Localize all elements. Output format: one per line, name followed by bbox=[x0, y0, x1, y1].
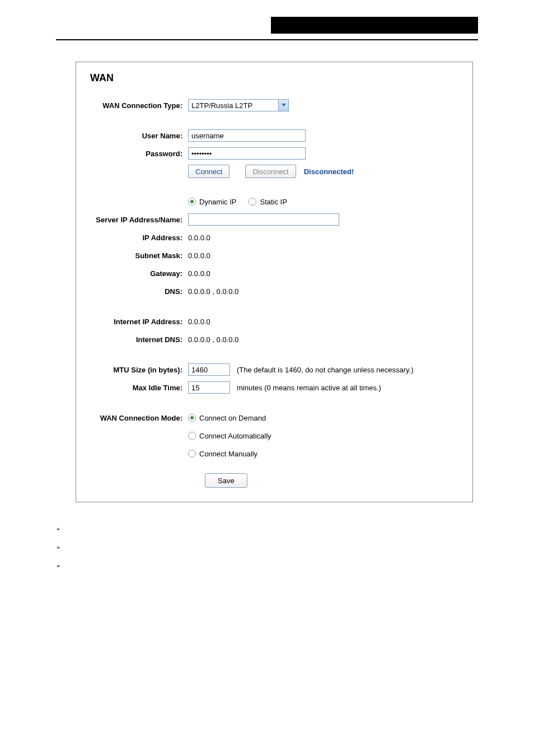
radio-dynamic-ip[interactable]: Dynamic IP bbox=[188, 198, 236, 206]
wan-config-panel: WAN WAN Connection Type: L2TP/Russia L2T… bbox=[76, 62, 473, 502]
mtu-input[interactable] bbox=[188, 363, 230, 376]
gateway-value: 0.0.0.0 bbox=[188, 269, 210, 278]
subnet-mask-value: 0.0.0.0 bbox=[188, 251, 210, 260]
radio-on-demand-label: Connect on Demand bbox=[199, 414, 266, 422]
internet-ip-value: 0.0.0.0 bbox=[188, 318, 210, 326]
radio-static-ip[interactable]: Static IP bbox=[249, 198, 287, 206]
bullet-icon: ➢ bbox=[56, 525, 67, 533]
header-divider bbox=[56, 39, 478, 40]
label-gateway: Gateway: bbox=[76, 269, 188, 278]
radio-connect-automatically[interactable]: Connect Automatically bbox=[188, 432, 271, 440]
disconnect-button[interactable]: Disconnect bbox=[245, 165, 296, 178]
max-idle-input[interactable] bbox=[188, 381, 230, 394]
connection-type-select[interactable]: L2TP/Russia L2TP bbox=[188, 99, 289, 111]
radio-connect-manually[interactable]: Connect Manually bbox=[188, 450, 257, 458]
label-server-ip: Server IP Address/Name: bbox=[76, 216, 188, 224]
bullet-icon: ➢ bbox=[56, 543, 67, 552]
radio-manual-label: Connect Manually bbox=[199, 450, 257, 458]
label-internet-ip: Internet IP Address: bbox=[76, 318, 188, 326]
radio-auto-label: Connect Automatically bbox=[199, 432, 271, 440]
label-dns: DNS: bbox=[76, 287, 188, 296]
dns-value: 0.0.0.0 , 0.0.0.0 bbox=[188, 287, 238, 296]
chevron-down-icon bbox=[278, 100, 288, 111]
radio-static-ip-label: Static IP bbox=[260, 198, 287, 206]
label-mtu: MTU Size (in bytes): bbox=[76, 366, 188, 374]
radio-connect-on-demand[interactable]: Connect on Demand bbox=[188, 414, 266, 422]
label-connection-type: WAN Connection Type: bbox=[76, 101, 188, 110]
label-max-idle: Max Idle Time: bbox=[76, 384, 188, 392]
label-connection-mode: WAN Connection Mode: bbox=[76, 414, 188, 422]
password-input[interactable] bbox=[188, 147, 306, 160]
ip-address-value: 0.0.0.0 bbox=[188, 234, 210, 242]
radio-dynamic-ip-label: Dynamic IP bbox=[199, 198, 236, 206]
label-subnet-mask: Subnet Mask: bbox=[76, 251, 188, 260]
max-idle-hint: minutes (0 means remain active at all ti… bbox=[237, 384, 381, 392]
label-password: Password: bbox=[76, 150, 188, 158]
username-input[interactable] bbox=[188, 129, 306, 142]
header-black-bar bbox=[271, 17, 478, 34]
connection-type-value: L2TP/Russia L2TP bbox=[191, 101, 252, 110]
bullet-icon: ➢ bbox=[56, 562, 67, 570]
save-button[interactable]: Save bbox=[205, 473, 247, 488]
label-internet-dns: Internet DNS: bbox=[76, 335, 188, 344]
section-title: WAN bbox=[90, 72, 472, 84]
internet-dns-value: 0.0.0.0 , 0.0.0.0 bbox=[188, 335, 238, 344]
mtu-hint: (The default is 1460, do not change unle… bbox=[237, 366, 414, 374]
document-notes: ➢ ➢ ➢ bbox=[56, 525, 478, 570]
connection-status: Disconnected! bbox=[304, 167, 354, 176]
label-username: User Name: bbox=[76, 132, 188, 140]
label-ip-address: IP Address: bbox=[76, 234, 188, 242]
server-ip-input[interactable] bbox=[188, 213, 339, 226]
connect-button[interactable]: Connect bbox=[188, 165, 229, 178]
